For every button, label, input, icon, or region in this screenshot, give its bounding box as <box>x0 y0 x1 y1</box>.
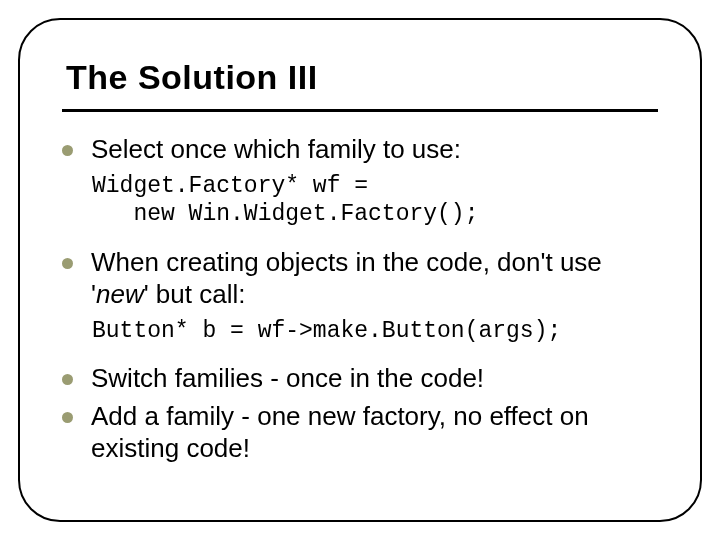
bullet-item: Add a family - one new factory, no effec… <box>62 401 658 464</box>
code-block: Button* b = wf->make.Button(args); <box>92 317 658 346</box>
bullet-item: When creating objects in the code, don't… <box>62 247 658 310</box>
bullet-text: Switch families - once in the code! <box>91 363 658 395</box>
bullet-text: Add a family - one new factory, no effec… <box>91 401 658 464</box>
bullet-icon <box>62 412 73 423</box>
bullet-item: Switch families - once in the code! <box>62 363 658 395</box>
slide-title: The Solution III <box>66 58 658 97</box>
title-rule <box>62 109 658 112</box>
bullet-item: Select once which family to use: <box>62 134 658 166</box>
slide-frame: The Solution III Select once which famil… <box>18 18 702 522</box>
bullet-text: When creating objects in the code, don't… <box>91 247 658 310</box>
bullet-text: Select once which family to use: <box>91 134 658 166</box>
bullet-icon <box>62 258 73 269</box>
code-block: Widget.Factory* wf = new Win.Widget.Fact… <box>92 172 658 230</box>
slide-body: Select once which family to use: Widget.… <box>62 134 658 465</box>
bullet-icon <box>62 374 73 385</box>
bullet-icon <box>62 145 73 156</box>
